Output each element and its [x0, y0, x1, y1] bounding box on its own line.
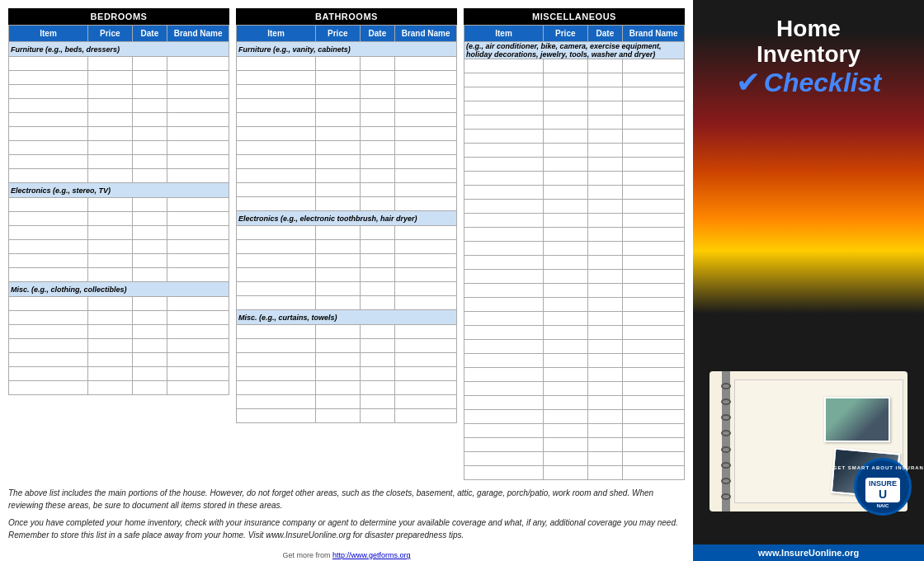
- title-home: Home: [701, 16, 916, 42]
- right-panel: Home Inventory ✔ Checklist: [693, 0, 924, 561]
- badge-inner: INSURE U: [865, 478, 900, 502]
- table-row: [237, 409, 457, 423]
- footnote-2: Once you have completed your home invent…: [8, 516, 685, 541]
- sub-misc-bath: Misc. (e.g., curtains, towels): [237, 310, 457, 325]
- col-date: Date: [360, 26, 395, 42]
- table-row: [464, 256, 685, 270]
- ring: [721, 462, 731, 469]
- table-row: [464, 87, 685, 101]
- table-row: [237, 240, 457, 254]
- ring: [721, 383, 731, 389]
- sub-furniture-bath: Furniture (e.g., vanity, cabinets): [237, 42, 457, 57]
- table-row: [464, 200, 685, 214]
- table-row: [9, 226, 229, 240]
- table-row: [464, 144, 685, 158]
- bedrooms-title: BEDROOMS: [8, 8, 229, 25]
- title-area: Home Inventory ✔ Checklist: [693, 16, 924, 98]
- table-row: [464, 396, 685, 410]
- table-row: [237, 141, 457, 155]
- table-row: [464, 130, 685, 144]
- table-row: [237, 226, 457, 240]
- bathrooms-title: BATHROOMS: [236, 8, 457, 25]
- table-row: [464, 270, 685, 284]
- table-row: [9, 99, 229, 113]
- table-row: [464, 382, 685, 396]
- table-row: [9, 127, 229, 141]
- bedrooms-section: BEDROOMS Item Price Date Brand Name Furn…: [8, 8, 229, 480]
- table-row: [237, 127, 457, 141]
- table-row: [237, 183, 457, 197]
- table-row: [464, 59, 685, 73]
- table-row: [9, 325, 229, 339]
- table-row: [464, 424, 685, 438]
- table-row: [9, 169, 229, 183]
- table-row: [464, 214, 685, 228]
- naic-badge: GET SMART ABOUT INSURANCE INSURE U NAIC: [854, 458, 912, 516]
- notebook-rings: [721, 371, 731, 512]
- table-row: [237, 282, 457, 296]
- col-item: Item: [9, 26, 88, 42]
- table-row: [464, 186, 685, 200]
- table-row: [464, 298, 685, 312]
- table-row: [464, 438, 685, 452]
- table-row: [237, 85, 457, 99]
- misc-header: Item Price Date Brand Name: [464, 26, 685, 42]
- tables-row: BEDROOMS Item Price Date Brand Name Furn…: [8, 8, 685, 480]
- insure-label: INSURE: [869, 479, 897, 488]
- table-row: [464, 368, 685, 382]
- table-row: [237, 395, 457, 409]
- table-row: [237, 381, 457, 395]
- col-brand: Brand Name: [623, 26, 685, 42]
- insure-u-label: U: [869, 488, 897, 501]
- table-row: [464, 466, 685, 480]
- title-inventory: Inventory: [701, 42, 916, 68]
- table-row: [9, 212, 229, 226]
- bathrooms-table: Item Price Date Brand Name Furniture (e.…: [236, 25, 457, 423]
- footer-link-area: Get more from http://www.getforms.org: [8, 549, 685, 561]
- table-row: [9, 141, 229, 155]
- table-row: [237, 57, 457, 71]
- checkmark-icon: ✔: [736, 68, 761, 97]
- table-row: [464, 340, 685, 354]
- table-row: [9, 311, 229, 325]
- table-row: [464, 312, 685, 326]
- misc-table: Item Price Date Brand Name (e.g., air co…: [464, 25, 685, 480]
- sub-misc: Misc. (e.g., clothing, collectibles): [9, 282, 229, 297]
- table-row: [9, 155, 229, 169]
- col-price: Price: [88, 26, 132, 42]
- left-panel: BEDROOMS Item Price Date Brand Name Furn…: [0, 0, 693, 561]
- col-price: Price: [316, 26, 360, 42]
- misc-title: MISCELLANEOUS: [464, 8, 685, 25]
- table-row: [9, 381, 229, 395]
- table-row: [464, 116, 685, 130]
- table-row: [464, 354, 685, 368]
- col-item: Item: [237, 26, 316, 42]
- table-row: [9, 339, 229, 353]
- ring: [721, 414, 731, 421]
- footnote-area: The above list includes the main portion…: [8, 480, 685, 549]
- table-row: [237, 367, 457, 381]
- miscellaneous-section: MISCELLANEOUS Item Price Date Brand Name…: [464, 8, 685, 480]
- website-bar: www.InsureUonline.org: [693, 544, 924, 561]
- table-row: [237, 268, 457, 282]
- table-row: [464, 452, 685, 466]
- ring: [721, 446, 731, 453]
- table-row: [237, 155, 457, 169]
- footer-link-url[interactable]: http://www.getforms.org: [332, 551, 411, 559]
- title-checklist: Checklist: [764, 68, 881, 98]
- table-row: [237, 296, 457, 310]
- bathrooms-header: Item Price Date Brand Name: [237, 26, 457, 42]
- badge-text-top: GET SMART ABOUT INSURANCE: [833, 465, 924, 470]
- table-row: [464, 172, 685, 186]
- footer-link-text: Get more from: [282, 551, 332, 559]
- sub-misc-main: (e.g., air conditioner, bike, camera, ex…: [464, 42, 685, 59]
- table-row: [9, 367, 229, 381]
- table-row: [237, 197, 457, 211]
- ring: [721, 493, 731, 500]
- col-brand: Brand Name: [167, 26, 229, 42]
- table-row: [237, 353, 457, 367]
- table-row: [9, 240, 229, 254]
- website-text: www.InsureUonline.org: [758, 548, 859, 558]
- badge-outer: GET SMART ABOUT INSURANCE INSURE U NAIC: [854, 458, 912, 516]
- table-row: [9, 85, 229, 99]
